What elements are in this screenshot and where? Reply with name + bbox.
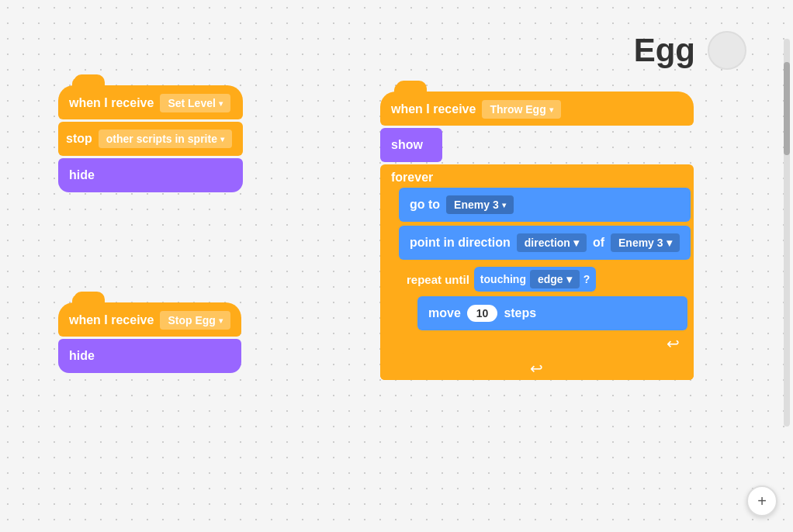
scrollbar[interactable] xyxy=(784,39,790,427)
steps-input[interactable]: 10 xyxy=(467,305,498,322)
repeat-until-block[interactable]: repeat until touching edge ▾ ? xyxy=(399,262,691,354)
repeat-inner: move 10 steps xyxy=(414,296,691,333)
forever-loop-icon: ↩ xyxy=(530,359,543,378)
stop-label: stop xyxy=(66,132,92,146)
sprite-title: Egg xyxy=(634,32,695,69)
forever-bottom: ↩ xyxy=(380,357,694,380)
direction-arrow: ▾ xyxy=(573,237,579,249)
stop-block[interactable]: stop other scripts in sprite ▾ xyxy=(58,122,243,156)
block-group-1: when I receive Set Level ▾ stop other sc… xyxy=(58,85,243,192)
forever-block[interactable]: forever go to Enemy 3 ▾ point in directi… xyxy=(380,164,694,380)
when-receive-label-3: when I receive xyxy=(391,102,476,116)
touching-condition[interactable]: touching edge ▾ ? xyxy=(474,267,596,292)
when-receive-label-2: when I receive xyxy=(69,313,154,327)
hide-block-2[interactable]: hide xyxy=(58,339,241,373)
scrollbar-thumb[interactable] xyxy=(784,62,790,155)
goto-dropdown[interactable]: Enemy 3 ▾ xyxy=(446,195,514,214)
move-block[interactable]: move 10 steps xyxy=(417,296,687,330)
zoom-icon: + xyxy=(757,492,767,510)
set-level-dropdown[interactable]: Set Level ▾ xyxy=(160,94,230,112)
forever-label: forever xyxy=(380,164,694,188)
throw-egg-dropdown[interactable]: Throw Egg ▾ xyxy=(482,100,560,119)
stop-egg-dropdown[interactable]: Stop Egg ▾ xyxy=(160,311,230,330)
enemy3-dropdown-point[interactable]: Enemy 3 ▾ xyxy=(611,233,680,252)
edge-dropdown[interactable]: edge ▾ xyxy=(530,270,580,288)
hide-block-1[interactable]: hide xyxy=(58,158,243,192)
show-block[interactable]: show xyxy=(380,128,442,162)
when-receive-throw-egg[interactable]: when I receive Throw Egg ▾ xyxy=(380,92,694,126)
scratch-canvas: Egg when I receive Set Level ▾ stop othe… xyxy=(0,0,793,532)
repeat-header: repeat until touching edge ▾ ? xyxy=(399,262,691,296)
enemy3-arrow-point: ▾ xyxy=(667,237,672,249)
point-direction-block[interactable]: point in direction direction ▾ of Enemy … xyxy=(399,226,691,260)
stop-dropdown[interactable]: other scripts in sprite ▾ xyxy=(99,130,232,148)
when-receive-set-level[interactable]: when I receive Set Level ▾ xyxy=(58,85,243,119)
block-group-2: when I receive Stop Egg ▾ hide xyxy=(58,302,241,373)
when-receive-stop-egg[interactable]: when I receive Stop Egg ▾ xyxy=(58,302,241,337)
throw-egg-arrow: ▾ xyxy=(549,105,553,114)
repeat-loop-icon: ↩ xyxy=(667,334,680,353)
go-to-block[interactable]: go to Enemy 3 ▾ xyxy=(399,188,691,222)
goto-arrow: ▾ xyxy=(502,201,506,209)
title-area: Egg xyxy=(634,31,746,70)
stop-egg-arrow: ▾ xyxy=(219,316,223,325)
when-receive-label-1: when I receive xyxy=(69,96,154,110)
edge-arrow: ▾ xyxy=(566,273,572,285)
stop-arrow: ▾ xyxy=(220,135,224,143)
set-level-arrow: ▾ xyxy=(219,99,223,108)
sprite-avatar xyxy=(708,31,746,70)
repeat-bottom: ↩ xyxy=(399,333,691,354)
zoom-button[interactable]: + xyxy=(746,485,777,516)
direction-dropdown[interactable]: direction ▾ xyxy=(517,233,587,252)
forever-inner: go to Enemy 3 ▾ point in direction direc… xyxy=(396,188,694,357)
block-group-3: when I receive Throw Egg ▾ show forever … xyxy=(380,92,694,380)
